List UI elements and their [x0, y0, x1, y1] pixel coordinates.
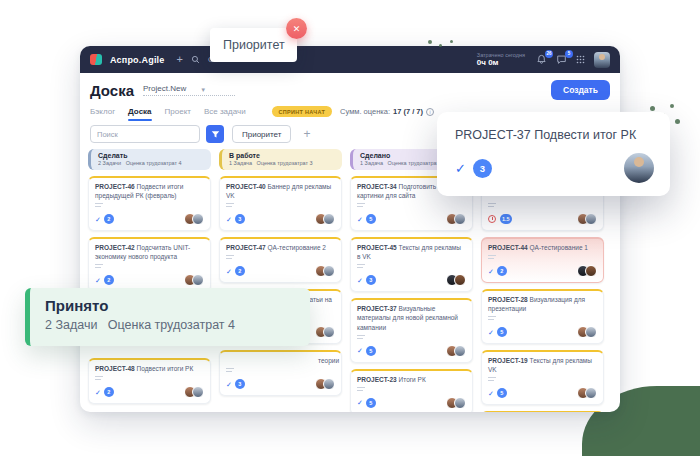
score-value: 17 (7 / 7): [393, 107, 423, 116]
task-card[interactable]: PROJECT-16 Подвести итоги РК ✓: [481, 411, 604, 412]
column-cards: ✓ 1.5 PROJECT-44 QA-тестирование 1 ✓ 2 P…: [481, 176, 604, 412]
task-card-footer: ✓ 2: [226, 265, 335, 277]
task-estimate-badge: 5: [497, 327, 507, 337]
task-card-title: PROJECT-37 Визуальные материалы для ново…: [357, 304, 466, 331]
task-estimate-badge: 2: [497, 266, 507, 276]
assignee-avatar: [192, 274, 204, 286]
board-tab[interactable]: Проект: [165, 107, 191, 121]
assignee-avatar: [192, 213, 204, 225]
assignee-avatar: [323, 265, 335, 277]
assignee-avatar: [585, 326, 597, 338]
user-avatar[interactable]: [594, 52, 610, 68]
checkmark-icon: ✓: [357, 277, 363, 284]
overdue-clock-icon: [488, 215, 496, 223]
task-card[interactable]: PROJECT-45 Тексты для рекламы в VK ✓ 3: [350, 237, 473, 292]
assignee-avatar: [323, 326, 335, 338]
checkmark-icon: ✓: [357, 216, 363, 223]
board-tab[interactable]: Доска: [128, 107, 151, 121]
task-id: PROJECT-47: [226, 244, 266, 251]
board-tab[interactable]: Бэклог: [90, 107, 115, 121]
task-card[interactable]: PROJECT-42 Подсчитать UNIT-экономику нов…: [88, 237, 211, 292]
priority-tooltip: Приоритет ✕: [210, 28, 297, 62]
assignee-avatar: [323, 213, 335, 225]
assignee-avatars: [315, 213, 335, 225]
apps-grid-icon[interactable]: [576, 55, 585, 64]
page-title: Доска: [90, 82, 134, 99]
info-icon[interactable]: i: [426, 108, 434, 116]
checkmark-icon: ✓: [226, 381, 232, 388]
task-card[interactable]: теории ✓ 3: [219, 350, 342, 396]
assignee-avatars: [446, 397, 466, 409]
quick-add-icon[interactable]: +: [177, 54, 183, 65]
chevron-down-icon: ▼: [200, 87, 206, 93]
task-id: PROJECT-40: [226, 183, 266, 190]
board-tab[interactable]: Все задачи: [204, 107, 246, 121]
filter-funnel-button[interactable]: [206, 125, 224, 143]
search-input[interactable]: [90, 125, 200, 143]
callout-subtitle: 2 Задачи Оценка трудозатрат 4: [45, 318, 298, 332]
description-icon: [95, 376, 103, 381]
task-card[interactable]: PROJECT-19 Тексты для рекламы VK ✓ 5: [481, 350, 604, 405]
assignee-avatars: [577, 213, 597, 225]
notifications-bell-icon[interactable]: 26: [536, 54, 547, 65]
column-subtitle: 2 Задачи Оценка трудозатрат 4: [98, 160, 204, 166]
task-text: QA-тестирование 2: [268, 244, 326, 251]
score-label: Сумм. оценка:: [340, 107, 390, 116]
description-icon: [488, 377, 496, 382]
checkmark-icon: ✓: [488, 390, 494, 397]
task-card-footer: ✓ 5: [357, 345, 466, 357]
task-card[interactable]: PROJECT-47 QA-тестирование 2 ✓ 2: [219, 237, 342, 283]
task-card[interactable]: PROJECT-23 Итоги РК ✓ 5: [350, 369, 473, 412]
add-filter-button[interactable]: +: [303, 127, 310, 141]
assignee-avatars: [315, 378, 335, 390]
task-estimate-badge: 5: [497, 388, 507, 398]
task-estimate-badge: 2: [235, 266, 245, 276]
create-button[interactable]: Создать: [551, 80, 610, 100]
task-card-footer: ✓ 5: [488, 387, 597, 399]
messages-chat-icon[interactable]: 5: [556, 54, 567, 65]
task-card[interactable]: PROJECT-37 Визуальные материалы для ново…: [350, 298, 473, 362]
task-card[interactable]: PROJECT-44 QA-тестирование 1 ✓ 2: [481, 237, 604, 283]
task-popup-title: PROJECT-37 Подвести итог РК: [455, 128, 654, 142]
description-icon: [357, 203, 365, 208]
description-icon: [488, 255, 496, 260]
assignee-avatars: [184, 213, 204, 225]
checkmark-icon: ✓: [95, 216, 101, 223]
search-icon[interactable]: [191, 55, 200, 64]
task-card[interactable]: PROJECT-46 Подвести итоги предыдущей РК …: [88, 176, 211, 231]
task-preview-popup[interactable]: PROJECT-37 Подвести итог РК ✓ 3: [437, 112, 670, 196]
assignee-avatar: [454, 274, 466, 286]
assignee-avatar: [192, 386, 204, 398]
task-card-footer: ✓ 2: [488, 265, 597, 277]
task-estimate-badge: 5: [366, 346, 376, 356]
project-selector[interactable]: Project.New ▼: [143, 84, 235, 96]
accepted-column-callout: Принято 2 Задачи Оценка трудозатрат 4: [25, 288, 310, 346]
task-id: PROJECT-37: [357, 305, 397, 312]
leaf-speck: [670, 104, 674, 108]
assignee-avatar: [454, 345, 466, 357]
task-card-title: PROJECT-44 QA-тестирование 1: [488, 243, 597, 252]
assignee-avatar: [454, 213, 466, 225]
task-card-footer: ✓ 2: [95, 274, 204, 286]
task-card-footer: ✓ 5: [488, 326, 597, 338]
task-card[interactable]: PROJECT-48 Подвести итоги РК ✓ 2: [88, 358, 211, 404]
task-card-title: теории: [226, 356, 335, 365]
assignee-avatars: [315, 326, 335, 338]
task-estimate-badge: 2: [104, 387, 114, 397]
task-card-title: PROJECT-23 Итоги РК: [357, 375, 466, 384]
funnel-icon: [211, 130, 220, 139]
task-card[interactable]: PROJECT-28 Визуализация для презентации …: [481, 289, 604, 344]
task-text: QA-тестирование 1: [530, 244, 588, 251]
assignee-avatars: [184, 386, 204, 398]
task-card-title: PROJECT-40 Баннер для рекламы VK: [226, 182, 335, 200]
assignee-avatars: [577, 326, 597, 338]
task-card-title: PROJECT-28 Визуализация для презентации: [488, 295, 597, 313]
task-card-footer: ✓ 2: [95, 213, 204, 225]
task-id: PROJECT-45: [357, 244, 397, 251]
task-card-footer: ✓ 2: [95, 386, 204, 398]
task-card[interactable]: PROJECT-40 Баннер для рекламы VK ✓ 3: [219, 176, 342, 231]
priority-filter-chip[interactable]: Приоритет: [232, 125, 291, 143]
task-estimate-badge: 3: [235, 379, 245, 389]
close-icon[interactable]: ✕: [286, 18, 307, 39]
task-card-title: PROJECT-48 Подвести итоги РК: [95, 364, 204, 373]
